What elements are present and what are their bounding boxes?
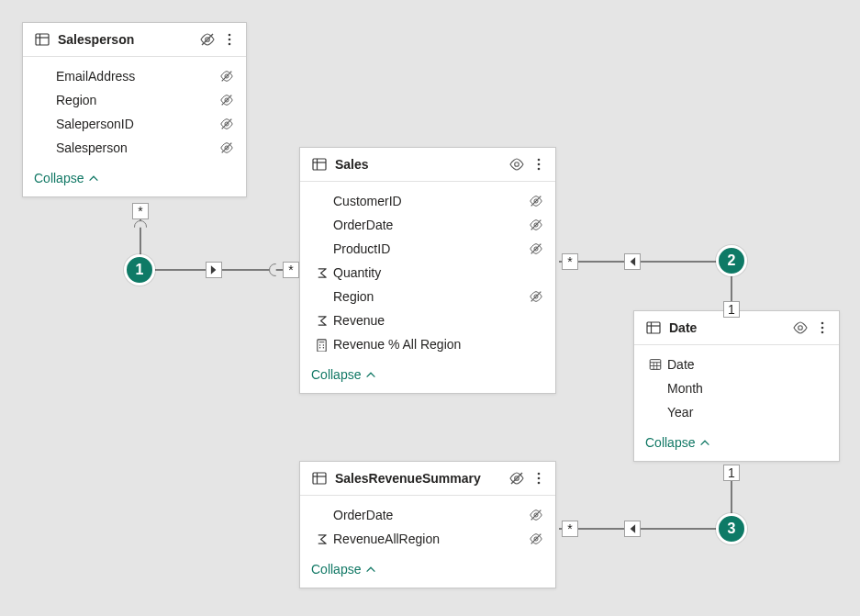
table-header[interactable]: Sales — [300, 148, 555, 182]
hidden-icon[interactable] — [526, 532, 546, 546]
hidden-icon[interactable] — [526, 289, 546, 304]
collapse-button[interactable]: Collapse — [300, 554, 555, 588]
table-field[interactable]: Date — [645, 353, 830, 376]
more-options-icon[interactable] — [815, 319, 830, 337]
field-name: Salesperson — [54, 140, 217, 155]
table-card-date[interactable]: Date Date Month Year Collapse — [633, 310, 840, 462]
table-field[interactable]: Region — [311, 285, 546, 308]
cardinality-one: 1 — [723, 465, 740, 481]
collapse-button[interactable]: Collapse — [23, 163, 246, 196]
hidden-icon[interactable] — [217, 140, 237, 155]
table-field[interactable]: OrderDate — [311, 213, 546, 237]
hidden-icon[interactable] — [526, 241, 546, 256]
field-name: Region — [54, 93, 217, 107]
table-title: Date — [669, 320, 786, 335]
table-title: SalesRevenueSummary — [335, 471, 502, 486]
hidden-icon[interactable] — [217, 69, 237, 84]
hidden-icon[interactable] — [217, 117, 237, 131]
field-name: Quantity — [331, 265, 526, 280]
field-name: Region — [331, 289, 526, 304]
hidden-icon[interactable] — [526, 508, 546, 522]
table-field[interactable]: Quantity — [311, 261, 546, 285]
table-field[interactable]: Month — [645, 376, 830, 400]
chevron-up-icon — [87, 172, 100, 185]
table-card-sales[interactable]: Sales CustomerID OrderDate ProductID Qua… — [299, 147, 556, 394]
calculator-icon — [311, 338, 331, 352]
annotation-badge-1: 1 — [124, 254, 155, 286]
table-field[interactable]: Revenue — [311, 308, 546, 332]
table-icon — [311, 470, 328, 487]
filter-direction-icon[interactable] — [206, 262, 222, 278]
chevron-up-icon — [364, 368, 377, 381]
annotation-badge-2: 2 — [716, 245, 747, 276]
collapse-button[interactable]: Collapse — [634, 428, 839, 461]
table-title: Salesperson — [58, 32, 193, 47]
sigma-icon — [311, 266, 331, 280]
field-name: Revenue — [331, 313, 526, 328]
table-field[interactable]: RevenueAllRegion — [311, 527, 546, 551]
rel-line[interactable] — [559, 528, 732, 530]
cardinality-one: 1 — [723, 301, 740, 318]
sigma-icon — [311, 532, 331, 546]
table-header[interactable]: Salesperson — [23, 23, 246, 57]
cardinality-star: * — [283, 262, 299, 278]
field-name: RevenueAllRegion — [331, 532, 526, 546]
field-name: CustomerID — [331, 194, 526, 208]
cardinality-star: * — [562, 521, 578, 537]
field-name: Month — [665, 381, 810, 396]
field-name: OrderDate — [331, 218, 526, 232]
table-field[interactable]: Salesperson — [34, 136, 237, 160]
hidden-icon[interactable] — [198, 30, 217, 49]
hidden-icon[interactable] — [217, 93, 237, 107]
field-name: Date — [665, 357, 810, 372]
field-name: Revenue % All Region — [331, 337, 526, 352]
table-field[interactable]: SalepersonID — [34, 112, 237, 136]
table-field[interactable]: Year — [645, 400, 830, 424]
date-hierarchy-icon — [645, 357, 665, 372]
filter-direction-icon[interactable] — [624, 521, 641, 537]
field-name: Year — [665, 405, 810, 420]
cardinality-star: * — [132, 203, 149, 219]
field-name: OrderDate — [331, 508, 526, 522]
table-field-list: EmailAddress Region SalepersonID Salespe… — [23, 57, 246, 163]
table-field[interactable]: EmailAddress — [34, 64, 237, 88]
table-card-salesrevenuesummary[interactable]: SalesRevenueSummary OrderDate RevenueAll… — [299, 461, 556, 588]
field-name: SalepersonID — [54, 117, 217, 131]
table-field-list: OrderDate RevenueAllRegion — [300, 496, 555, 554]
table-icon — [645, 319, 662, 336]
field-name: ProductID — [331, 241, 526, 256]
visible-icon[interactable] — [791, 319, 810, 337]
hidden-icon[interactable] — [526, 218, 546, 232]
table-field[interactable]: OrderDate — [311, 503, 546, 527]
table-field-list: Date Month Year — [634, 345, 839, 428]
more-options-icon[interactable] — [531, 155, 546, 174]
hidden-icon[interactable] — [508, 469, 526, 487]
more-options-icon[interactable] — [222, 30, 237, 49]
chevron-up-icon — [364, 563, 377, 576]
table-field[interactable]: CustomerID — [311, 189, 546, 213]
table-title: Sales — [335, 157, 502, 172]
hidden-icon[interactable] — [526, 194, 546, 208]
diagram-canvas[interactable]: * * * 1 * 1 Salesperson EmailAddress Reg… — [0, 0, 860, 616]
more-options-icon[interactable] — [531, 469, 546, 487]
chevron-up-icon — [698, 436, 711, 449]
field-name: EmailAddress — [54, 69, 217, 84]
visible-icon[interactable] — [508, 155, 526, 174]
table-field[interactable]: Region — [34, 88, 237, 112]
annotation-badge-3: 3 — [716, 513, 747, 544]
table-field[interactable]: ProductID — [311, 237, 546, 261]
rel-line[interactable] — [559, 261, 732, 263]
table-icon — [311, 156, 328, 173]
sigma-icon — [311, 314, 331, 328]
collapse-button[interactable]: Collapse — [300, 360, 555, 393]
table-icon — [34, 31, 50, 48]
table-header[interactable]: SalesRevenueSummary — [300, 462, 555, 496]
cardinality-star: * — [562, 253, 578, 270]
table-card-salesperson[interactable]: Salesperson EmailAddress Region Salepers… — [22, 22, 247, 197]
filter-direction-icon[interactable] — [624, 253, 641, 270]
table-field-list: CustomerID OrderDate ProductID Quantity … — [300, 182, 555, 360]
table-field[interactable]: Revenue % All Region — [311, 332, 546, 356]
